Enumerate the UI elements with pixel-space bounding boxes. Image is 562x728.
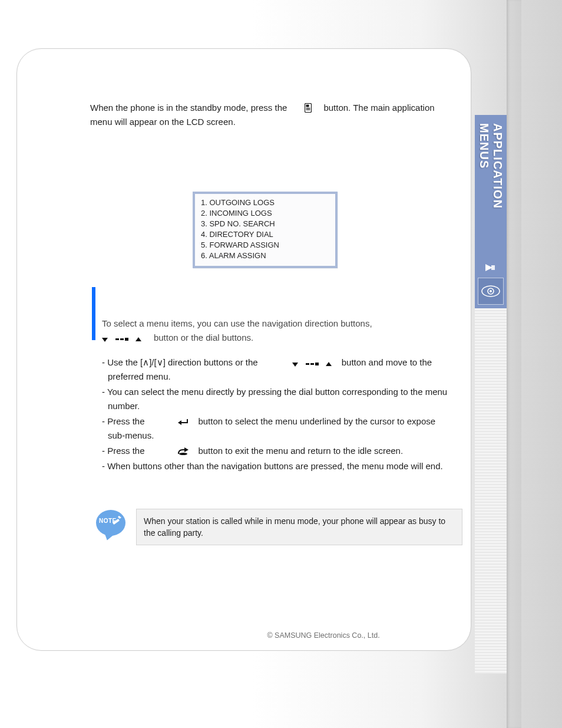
copyright-footer: © SAMSUNG Electronics Co., Ltd. [17,631,471,640]
note-badge-icon: NOTE [95,509,128,542]
select-instruction: To select a menu items, you can use the … [102,317,449,345]
tip-row: - Press the button to exit the menu and … [102,444,449,458]
select-line-1: To select a menu items, you can use the … [102,317,449,331]
tip-text: button to select the menu underlined by … [108,416,435,440]
document-canvas: APPLICATION MENUS When the phone is in t… [0,0,562,728]
lcd-menu-item: 1. OUTGOING LOGS [201,197,329,208]
svg-marker-23 [118,516,121,519]
tip-row: - When buttons other than the navigation… [102,459,449,473]
tip-row: - Press the button to select the menu un… [102,414,449,443]
tips-list: - Use the [∧]/[∨] direction buttons or t… [102,355,449,475]
tip-row: - You can select the menu directly by pr… [102,385,449,413]
select-line-2: button or the dial buttons. [154,332,253,342]
lcd-menu-item: 5. FORWARD ASSIGN [201,240,329,251]
eye-icon [478,278,504,305]
svg-rect-17 [315,363,319,365]
svg-marker-13 [135,337,141,341]
svg-rect-7 [306,108,310,108]
tip-text: - Use the [ [102,357,143,367]
enter-button-icon [177,418,189,426]
document-page: When the phone is in the standby mode, p… [16,48,471,651]
tip-text: ] direction buttons or the [163,357,258,367]
svg-rect-10 [115,338,119,340]
svg-rect-11 [120,338,124,340]
side-stripe-area [475,308,507,674]
caret-up-icon: ∧ [143,357,149,367]
up-arrow-icon [135,337,141,342]
tip-text: - When buttons other than the navigation… [102,461,443,471]
right-gutter [507,0,521,728]
svg-rect-1 [491,265,495,270]
svg-point-4 [490,290,492,292]
svg-rect-8 [306,110,310,110]
intro-paragraph: When the phone is in the standby mode, p… [90,101,449,129]
svg-rect-6 [306,105,309,107]
tip-text: - Press the [102,446,145,456]
down-arrow-icon [102,337,108,342]
svg-marker-18 [326,362,332,366]
lcd-menu-item: 6. ALARM ASSIGN [201,251,329,261]
svg-marker-14 [292,363,298,367]
lcd-menu-box: 1. OUTGOING LOGS 2. INCOMING LOGS 3. SPD… [193,192,338,268]
up-arrow-icon [326,361,332,367]
lcd-menu-item: 4. DIRECTORY DIAL [201,229,329,240]
svg-marker-20 [184,447,189,452]
intro-text-1: When the phone is in the standby mode, p… [90,103,287,113]
exit-button-icon [177,447,189,456]
tip-row: - Use the [∧]/[∨] direction buttons or t… [102,355,449,384]
tip-text: button to exit the menu and return to th… [198,446,403,456]
section-accent-bar [92,287,95,340]
svg-point-21 [179,453,187,455]
svg-marker-19 [178,420,181,425]
lcd-menu-item: 2. INCOMING LOGS [201,208,329,219]
svg-marker-9 [102,338,108,342]
section-tab-arrow-icon [475,261,507,274]
note-callout: NOTE When your station is called while i… [95,509,462,545]
svg-rect-22 [113,519,120,525]
tip-text: - You can select the menu directly by pr… [102,387,447,411]
scroll-key-icon [306,361,319,367]
section-tab-application-menus: APPLICATION MENUS [475,115,507,308]
lcd-menu-item: 3. SPD NO. SEARCH [201,219,329,229]
svg-rect-12 [125,338,128,341]
tip-text: ]/[ [149,357,157,367]
caret-down-icon: ∨ [157,357,163,367]
down-arrow-icon [292,361,298,367]
menu-button-icon [305,103,312,113]
svg-rect-16 [310,363,314,365]
scroll-key-icon [115,337,128,342]
tip-text: - Press the [102,416,145,426]
note-text: When your station is called while in men… [136,509,462,545]
section-tab-label: APPLICATION MENUS [475,115,507,245]
svg-rect-15 [306,363,309,365]
pencil-icon [111,515,122,525]
